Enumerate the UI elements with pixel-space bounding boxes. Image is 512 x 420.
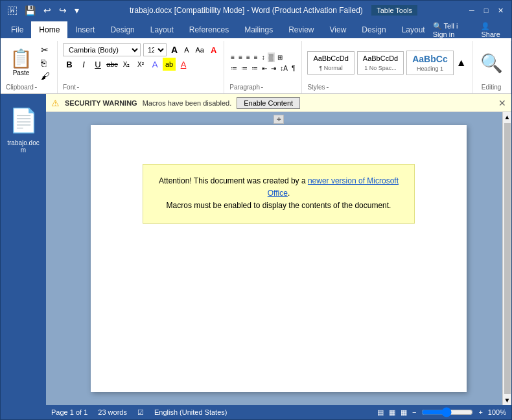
shading-icon[interactable]: ▒ — [268, 52, 275, 62]
scroll-up-arrow[interactable]: ▲ — [503, 112, 511, 122]
maximize-button[interactable]: □ — [480, 5, 492, 16]
style-no-spacing-text: AaBbCcDd — [363, 54, 398, 63]
strikethrough-button[interactable]: abc — [106, 58, 119, 71]
undo-icon[interactable]: ↩ — [41, 4, 53, 17]
clipboard-expand-icon[interactable]: ⌄ — [34, 84, 38, 89]
security-warning-text: Macros have been disabled. — [143, 99, 232, 107]
status-bar: Page 1 of 1 23 words ☑ English (United S… — [46, 405, 511, 419]
content-line1: Attention! This document was created by … — [159, 176, 308, 185]
title-bar: 🇼 💾 ↩ ↪ ▾ trabajo.docx [Compatibility Mo… — [1, 1, 511, 20]
styles-expand-icon[interactable]: ⌄ — [325, 84, 330, 89]
redo-icon[interactable]: ↪ — [57, 4, 69, 17]
multilevel-icon[interactable]: ≔ — [250, 64, 259, 73]
view-web-icon[interactable]: ▦ — [389, 408, 395, 417]
font-size-select[interactable]: 12 — [143, 43, 167, 56]
sort-icon[interactable]: ↕A — [279, 64, 289, 73]
vertical-scrollbar[interactable]: ▲ ▼ — [502, 112, 511, 405]
style-heading1[interactable]: AaBbCc Heading 1 — [406, 51, 453, 76]
font-name-select[interactable]: Cambria (Body) — [63, 43, 141, 56]
view-print-icon[interactable]: ▤ — [377, 408, 384, 417]
zoom-out-button[interactable]: − — [412, 408, 416, 416]
cut-button[interactable]: ✂ — [39, 44, 52, 56]
align-right-icon[interactable]: ≡ — [245, 52, 251, 62]
content-box: Attention! This document was created by … — [143, 164, 415, 224]
font-grow-button[interactable]: A — [169, 44, 180, 56]
tab-view[interactable]: View — [322, 21, 355, 38]
tab-references[interactable]: References — [181, 21, 237, 38]
highlight-button[interactable]: ab — [163, 58, 176, 71]
paste-button[interactable]: 📋 Paste — [6, 49, 36, 78]
zoom-slider[interactable] — [421, 407, 473, 417]
increase-indent-icon[interactable]: ⇥ — [270, 64, 277, 73]
paragraph-row1: ≡ ≡ ≡ ≡ ↕ ▒ ⊞ — [229, 52, 296, 62]
style-normal[interactable]: AaBbCcDd ¶ Normal — [307, 51, 354, 74]
title-bar-controls: ─ □ ✕ — [466, 5, 506, 16]
paragraph-label-row: Paragraph ⌄ — [229, 82, 296, 91]
sidebar-file-label: trabajo.docm — [6, 139, 41, 154]
superscript-button[interactable]: X² — [134, 58, 147, 71]
scroll-down-arrow[interactable]: ▼ — [503, 395, 511, 405]
view-read-icon[interactable]: ▦ — [401, 408, 407, 417]
minimize-button[interactable]: ─ — [466, 5, 478, 16]
editing-search-icon[interactable]: 🔍 — [480, 52, 503, 74]
format-painter-button[interactable]: 🖌 — [39, 70, 52, 82]
decrease-indent-icon[interactable]: ⇤ — [261, 64, 268, 73]
justify-icon[interactable]: ≡ — [253, 52, 259, 62]
tab-mailings[interactable]: Mailings — [237, 21, 281, 38]
style-no-spacing-label: 1 No Spac... — [364, 65, 397, 71]
proofing-icon[interactable]: ☑ — [137, 408, 144, 417]
editing-group: 🔍 Editing — [472, 41, 511, 93]
bold-button[interactable]: B — [63, 58, 76, 71]
font-color-button[interactable]: A — [209, 45, 218, 56]
tab-file[interactable]: File — [3, 21, 31, 38]
numbering-icon[interactable]: ≔ — [240, 64, 249, 73]
zoom-in-button[interactable]: + — [478, 408, 482, 416]
subscript-button[interactable]: X₂ — [120, 58, 133, 71]
save-icon[interactable]: 💾 — [23, 4, 38, 17]
align-left-icon[interactable]: ≡ — [229, 52, 236, 62]
font-color-btn2[interactable]: A — [177, 58, 190, 71]
title-bar-left: 🇼 💾 ↩ ↪ ▾ — [6, 4, 81, 17]
scroll-thumb[interactable] — [504, 123, 511, 394]
tab-design2[interactable]: Design — [354, 21, 393, 38]
styles-scroll-up[interactable]: ▲ — [456, 57, 467, 69]
tab-layout[interactable]: Layout — [143, 21, 181, 38]
style-normal-label: ¶ Normal — [319, 65, 342, 71]
ribbon-tab-right: 🔍 Tell i Sign in 👤 Share — [433, 22, 511, 38]
font-case-button[interactable]: Aa — [193, 45, 205, 54]
share-button[interactable]: 👤 Share — [481, 22, 506, 38]
tell-me-input[interactable]: 🔍 Tell i Sign in — [433, 22, 474, 38]
style-no-spacing[interactable]: AaBbCcDd 1 No Spac... — [357, 51, 404, 74]
font-content: Cambria (Body) 12 A A Aa A B I U abc X₂ — [63, 43, 218, 82]
tab-insert[interactable]: Insert — [67, 21, 102, 38]
tab-layout2[interactable]: Layout — [394, 21, 433, 38]
tab-design[interactable]: Design — [102, 21, 142, 38]
tab-review[interactable]: Review — [281, 21, 321, 38]
customize-icon[interactable]: ▾ — [73, 4, 81, 17]
text-effects-button[interactable]: A — [148, 58, 161, 71]
security-close-button[interactable]: ✕ — [498, 98, 506, 108]
font-expand-icon[interactable]: ⌄ — [76, 84, 80, 89]
italic-button[interactable]: I — [77, 58, 90, 71]
language[interactable]: English (United States) — [154, 408, 227, 416]
line-spacing-icon[interactable]: ↕ — [261, 52, 266, 62]
security-warning-label: SECURITY WARNING — [65, 99, 137, 107]
tab-home[interactable]: Home — [31, 21, 67, 38]
styles-content: AaBbCcDd ¶ Normal AaBbCcDd 1 No Spac... … — [307, 43, 466, 82]
security-warning-icon: ⚠ — [51, 98, 60, 108]
align-center-icon[interactable]: ≡ — [237, 52, 244, 62]
borders-icon[interactable]: ⊞ — [276, 52, 284, 62]
close-button[interactable]: ✕ — [495, 5, 506, 16]
copy-button[interactable]: ⎘ — [39, 57, 52, 69]
underline-button[interactable]: U — [91, 58, 104, 71]
pilcrow-icon[interactable]: ¶ — [290, 64, 296, 73]
document-page[interactable]: ✛ Attention! This document was created b… — [91, 125, 467, 392]
page-info: Page 1 of 1 — [51, 408, 87, 416]
font-shrink-button[interactable]: A — [182, 45, 191, 54]
move-handle[interactable]: ✛ — [273, 115, 284, 124]
bullets-icon[interactable]: ≔ — [229, 64, 239, 73]
font-label-row: Font ⌄ — [63, 82, 218, 91]
enable-content-button[interactable]: Enable Content — [237, 97, 300, 109]
paragraph-group: ≡ ≡ ≡ ≡ ↕ ▒ ⊞ ≔ ≔ ≔ ⇤ ⇥ ↕A — [224, 41, 302, 93]
paragraph-expand-icon[interactable]: ⌄ — [260, 84, 264, 89]
